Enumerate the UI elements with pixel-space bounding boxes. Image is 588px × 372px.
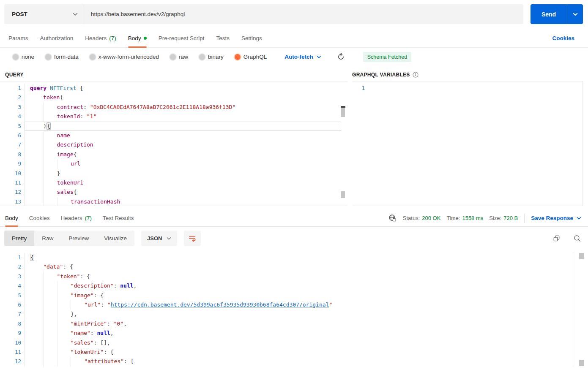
status-item: Time:1558 ms (446, 215, 483, 221)
tab-label: Headers (85, 35, 107, 41)
tab-label: Authorization (40, 35, 74, 41)
save-response-button[interactable]: Save Response (531, 215, 581, 221)
tab-headers[interactable]: Headers(7) (85, 29, 116, 47)
indent-guide (30, 150, 43, 159)
indent-guide (43, 319, 57, 329)
response-view-toolbar: PrettyRawPreviewVisualize JSON (4, 231, 581, 246)
chevron-down-icon (167, 237, 171, 240)
code-token: }, (71, 311, 77, 317)
code-token: "tokenUri" (71, 349, 104, 355)
view-tab-pretty[interactable]: Pretty (4, 231, 34, 246)
search-response-button[interactable] (573, 234, 581, 242)
code-token: : (114, 282, 120, 289)
network-globe-icon[interactable] (388, 214, 397, 222)
view-tab-visualize[interactable]: Visualize (96, 231, 134, 246)
indent-guide (30, 122, 43, 131)
line-number: 12 (0, 187, 25, 197)
response-body-editor[interactable]: 1{2"data": {3"token": {4"description": n… (0, 251, 588, 372)
send-options-button[interactable] (567, 4, 583, 24)
line-number: 13 (0, 197, 25, 206)
code-token: : [], (94, 339, 110, 346)
divider (524, 214, 525, 223)
query-scrollbar-thumb[interactable] (341, 108, 345, 117)
code-content: "sales": [], (25, 338, 581, 348)
tab-pre-request-script[interactable]: Pre-request Script (159, 29, 205, 47)
code-content: tokenUri (25, 178, 341, 187)
indent-guide (57, 357, 71, 366)
line-number: 7 (0, 310, 25, 319)
tab-params[interactable]: Params (8, 29, 28, 47)
tab-cookies[interactable]: Cookies (29, 210, 50, 226)
tab-headers[interactable]: Headers(7) (61, 210, 92, 226)
wrap-lines-button[interactable] (184, 231, 201, 246)
method-select[interactable]: POST (4, 4, 84, 24)
autofetch-dropdown[interactable]: Auto-fetch (284, 54, 321, 60)
graphql-variables-editor[interactable]: 1 (352, 81, 583, 206)
graphql-query-editor[interactable]: 1query NFTFirst {2token(3contract: "0xBC… (0, 81, 348, 206)
line-number: 9 (0, 159, 25, 168)
indent-guide (43, 169, 57, 178)
tab-label: Test Results (103, 215, 134, 221)
query-panel-title: QUERY (5, 72, 24, 78)
indent-guide (30, 281, 43, 291)
tab-body[interactable]: Body (128, 29, 147, 47)
address-field: POST https://beta.basement.dev/v2/graphq… (4, 4, 523, 24)
indent-guide (30, 131, 43, 140)
indent-guide (30, 178, 43, 187)
code-content: }, (25, 310, 581, 319)
method-label: POST (12, 11, 27, 17)
wrap-lines-icon (188, 234, 196, 242)
code-content: "token": { (25, 272, 581, 281)
format-dropdown[interactable]: JSON (141, 231, 177, 246)
copy-icon (552, 234, 561, 242)
indent-guide (43, 131, 57, 140)
indent-guide (30, 112, 43, 121)
send-button[interactable]: Send (531, 4, 567, 24)
tab-authorization[interactable]: Authorization (40, 29, 74, 47)
radio-none[interactable]: none (13, 54, 34, 60)
indent-guide (57, 310, 71, 319)
tab-tests[interactable]: Tests (216, 29, 230, 47)
code-token: : [ (124, 358, 134, 364)
code-token: name (57, 132, 70, 138)
radio-raw[interactable]: raw (170, 54, 188, 60)
radio-graphql[interactable]: GraphQL (235, 54, 267, 60)
body-mode-row: noneform-datax-www-form-urlencodedrawbin… (0, 47, 588, 66)
refresh-schema-button[interactable] (337, 53, 345, 60)
tab-test-results[interactable]: Test Results (103, 210, 134, 226)
radio-label: x-www-form-urlencoded (98, 54, 159, 60)
url-input[interactable]: https://beta.basement.dev/v2/graphql (84, 4, 523, 24)
radio-circle-icon (90, 54, 96, 60)
status-item-label: Size: (489, 215, 501, 221)
code-token: "0" (114, 320, 123, 327)
copy-response-button[interactable] (552, 234, 561, 242)
code-token: "0xBC4CA0EdA7647A8aB7C2061c2E118A18a936f… (90, 104, 235, 110)
view-tab-preview[interactable]: Preview (61, 231, 96, 246)
code-token: token (43, 94, 60, 100)
code-token: query (30, 85, 46, 91)
code-content: "image": { (25, 291, 581, 300)
request-tabs: ParamsAuthorizationHeaders(7)BodyPre-req… (0, 29, 588, 48)
indent-guide (43, 329, 57, 338)
code-token: } (57, 170, 60, 176)
response-editor-border (573, 253, 573, 367)
code-token: "1" (87, 113, 96, 119)
variables-panel-title: GRAPHQL VARIABLES (352, 72, 418, 78)
status-item-label: Time: (446, 215, 460, 221)
radio-form-data[interactable]: form-data (45, 54, 79, 60)
code-token: sales (57, 189, 74, 195)
indent-guide (57, 338, 71, 348)
cookies-link[interactable]: Cookies (552, 29, 574, 47)
response-scrollbar-thumb[interactable] (579, 360, 584, 366)
indent-guide (30, 187, 43, 197)
tab-settings[interactable]: Settings (241, 29, 262, 47)
radio-binary[interactable]: binary (199, 54, 224, 60)
response-scrollbar-thumb[interactable] (579, 253, 584, 259)
view-tab-raw[interactable]: Raw (34, 231, 61, 246)
indent-guide (30, 329, 43, 338)
radio-x-www-form-urlencoded[interactable]: x-www-form-urlencoded (90, 54, 159, 60)
tab-body[interactable]: Body (5, 210, 18, 226)
indent-guide (30, 140, 43, 149)
code-token: null (120, 282, 133, 289)
query-scrollbar-thumb[interactable] (341, 191, 345, 198)
